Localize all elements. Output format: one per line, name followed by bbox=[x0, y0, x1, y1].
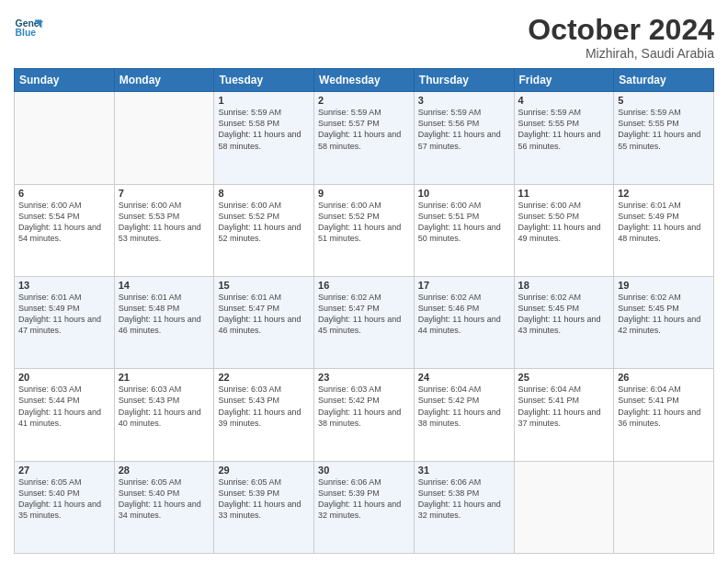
day-number: 9 bbox=[318, 188, 410, 199]
weekday-header-thursday: Thursday bbox=[414, 69, 514, 92]
calendar-day-1: 1Sunrise: 5:59 AM Sunset: 5:58 PM Daylig… bbox=[214, 92, 314, 184]
calendar-day-20: 20Sunrise: 6:03 AM Sunset: 5:44 PM Dayli… bbox=[15, 369, 115, 461]
svg-text:Blue: Blue bbox=[16, 28, 37, 38]
day-info: Sunrise: 6:02 AM Sunset: 5:45 PM Dayligh… bbox=[618, 292, 710, 337]
calendar-day-18: 18Sunrise: 6:02 AM Sunset: 5:45 PM Dayli… bbox=[514, 276, 614, 368]
day-info: Sunrise: 6:02 AM Sunset: 5:46 PM Dayligh… bbox=[418, 292, 510, 337]
day-number: 13 bbox=[18, 280, 110, 291]
calendar-day-28: 28Sunrise: 6:05 AM Sunset: 5:40 PM Dayli… bbox=[114, 461, 214, 553]
day-info: Sunrise: 6:03 AM Sunset: 5:43 PM Dayligh… bbox=[119, 384, 210, 429]
calendar-day-21: 21Sunrise: 6:03 AM Sunset: 5:43 PM Dayli… bbox=[114, 369, 214, 461]
day-number: 8 bbox=[218, 188, 310, 199]
weekday-header-friday: Friday bbox=[514, 69, 614, 92]
day-info: Sunrise: 6:00 AM Sunset: 5:52 PM Dayligh… bbox=[318, 200, 410, 245]
calendar-day-30: 30Sunrise: 6:06 AM Sunset: 5:39 PM Dayli… bbox=[314, 461, 415, 553]
day-info: Sunrise: 5:59 AM Sunset: 5:55 PM Dayligh… bbox=[618, 107, 710, 152]
day-number: 6 bbox=[18, 188, 110, 199]
calendar-day-25: 25Sunrise: 6:04 AM Sunset: 5:41 PM Dayli… bbox=[514, 369, 614, 461]
title-block: October 2024 Mizhirah, Saudi Arabia bbox=[528, 14, 714, 61]
logo: General Blue bbox=[14, 14, 43, 43]
day-info: Sunrise: 6:06 AM Sunset: 5:39 PM Dayligh… bbox=[318, 477, 410, 522]
day-info: Sunrise: 6:05 AM Sunset: 5:40 PM Dayligh… bbox=[18, 477, 110, 522]
calendar-empty-cell bbox=[15, 92, 115, 184]
calendar-day-16: 16Sunrise: 6:02 AM Sunset: 5:47 PM Dayli… bbox=[314, 276, 415, 368]
weekday-header-tuesday: Tuesday bbox=[214, 69, 314, 92]
calendar-table: SundayMondayTuesdayWednesdayThursdayFrid… bbox=[14, 68, 714, 554]
calendar-day-3: 3Sunrise: 5:59 AM Sunset: 5:56 PM Daylig… bbox=[414, 92, 514, 184]
day-number: 23 bbox=[318, 372, 410, 383]
day-info: Sunrise: 5:59 AM Sunset: 5:57 PM Dayligh… bbox=[318, 107, 410, 152]
day-info: Sunrise: 6:03 AM Sunset: 5:43 PM Dayligh… bbox=[218, 384, 310, 429]
calendar-day-6: 6Sunrise: 6:00 AM Sunset: 5:54 PM Daylig… bbox=[15, 184, 115, 276]
calendar-week-row: 27Sunrise: 6:05 AM Sunset: 5:40 PM Dayli… bbox=[15, 461, 714, 553]
day-info: Sunrise: 6:05 AM Sunset: 5:39 PM Dayligh… bbox=[218, 477, 310, 522]
day-number: 18 bbox=[518, 280, 610, 291]
day-number: 24 bbox=[418, 372, 510, 383]
page: General Blue October 2024 Mizhirah, Saud… bbox=[0, 0, 728, 563]
calendar-empty-cell bbox=[614, 461, 714, 553]
calendar-day-22: 22Sunrise: 6:03 AM Sunset: 5:43 PM Dayli… bbox=[214, 369, 314, 461]
calendar-day-15: 15Sunrise: 6:01 AM Sunset: 5:47 PM Dayli… bbox=[214, 276, 314, 368]
day-number: 7 bbox=[119, 188, 210, 199]
calendar-day-5: 5Sunrise: 5:59 AM Sunset: 5:55 PM Daylig… bbox=[614, 92, 714, 184]
calendar-empty-cell bbox=[114, 92, 214, 184]
subtitle: Mizhirah, Saudi Arabia bbox=[528, 46, 714, 61]
day-number: 1 bbox=[218, 95, 310, 106]
day-info: Sunrise: 6:00 AM Sunset: 5:52 PM Dayligh… bbox=[218, 200, 310, 245]
calendar-day-12: 12Sunrise: 6:01 AM Sunset: 5:49 PM Dayli… bbox=[614, 184, 714, 276]
calendar-day-23: 23Sunrise: 6:03 AM Sunset: 5:42 PM Dayli… bbox=[314, 369, 415, 461]
weekday-header-wednesday: Wednesday bbox=[314, 69, 415, 92]
day-info: Sunrise: 6:01 AM Sunset: 5:49 PM Dayligh… bbox=[18, 292, 110, 337]
day-number: 27 bbox=[18, 465, 110, 476]
calendar-day-7: 7Sunrise: 6:00 AM Sunset: 5:53 PM Daylig… bbox=[114, 184, 214, 276]
day-info: Sunrise: 6:03 AM Sunset: 5:44 PM Dayligh… bbox=[18, 384, 110, 429]
weekday-header-saturday: Saturday bbox=[614, 69, 714, 92]
weekday-header-monday: Monday bbox=[114, 69, 214, 92]
day-number: 31 bbox=[418, 465, 510, 476]
day-info: Sunrise: 6:06 AM Sunset: 5:38 PM Dayligh… bbox=[418, 477, 510, 522]
calendar-empty-cell bbox=[514, 461, 614, 553]
calendar-day-14: 14Sunrise: 6:01 AM Sunset: 5:48 PM Dayli… bbox=[114, 276, 214, 368]
day-number: 15 bbox=[218, 280, 310, 291]
day-number: 10 bbox=[418, 188, 510, 199]
day-info: Sunrise: 6:01 AM Sunset: 5:47 PM Dayligh… bbox=[218, 292, 310, 337]
header: General Blue October 2024 Mizhirah, Saud… bbox=[14, 14, 714, 61]
day-info: Sunrise: 6:04 AM Sunset: 5:41 PM Dayligh… bbox=[518, 384, 610, 429]
calendar-day-19: 19Sunrise: 6:02 AM Sunset: 5:45 PM Dayli… bbox=[614, 276, 714, 368]
day-info: Sunrise: 6:00 AM Sunset: 5:50 PM Dayligh… bbox=[518, 200, 610, 245]
calendar-day-27: 27Sunrise: 6:05 AM Sunset: 5:40 PM Dayli… bbox=[15, 461, 115, 553]
day-number: 3 bbox=[418, 95, 510, 106]
calendar-day-29: 29Sunrise: 6:05 AM Sunset: 5:39 PM Dayli… bbox=[214, 461, 314, 553]
day-number: 22 bbox=[218, 372, 310, 383]
day-info: Sunrise: 5:59 AM Sunset: 5:55 PM Dayligh… bbox=[518, 107, 610, 152]
day-number: 26 bbox=[618, 372, 710, 383]
day-number: 12 bbox=[618, 188, 710, 199]
calendar-header-row: SundayMondayTuesdayWednesdayThursdayFrid… bbox=[15, 69, 714, 92]
calendar-day-26: 26Sunrise: 6:04 AM Sunset: 5:41 PM Dayli… bbox=[614, 369, 714, 461]
day-number: 2 bbox=[318, 95, 410, 106]
day-number: 20 bbox=[18, 372, 110, 383]
day-number: 29 bbox=[218, 465, 310, 476]
day-number: 19 bbox=[618, 280, 710, 291]
calendar-day-8: 8Sunrise: 6:00 AM Sunset: 5:52 PM Daylig… bbox=[214, 184, 314, 276]
calendar-week-row: 6Sunrise: 6:00 AM Sunset: 5:54 PM Daylig… bbox=[15, 184, 714, 276]
calendar-day-17: 17Sunrise: 6:02 AM Sunset: 5:46 PM Dayli… bbox=[414, 276, 514, 368]
day-info: Sunrise: 6:00 AM Sunset: 5:54 PM Dayligh… bbox=[18, 200, 110, 245]
calendar-day-9: 9Sunrise: 6:00 AM Sunset: 5:52 PM Daylig… bbox=[314, 184, 415, 276]
day-info: Sunrise: 6:05 AM Sunset: 5:40 PM Dayligh… bbox=[119, 477, 210, 522]
day-number: 16 bbox=[318, 280, 410, 291]
logo-icon: General Blue bbox=[14, 14, 43, 43]
day-number: 30 bbox=[318, 465, 410, 476]
day-info: Sunrise: 6:02 AM Sunset: 5:47 PM Dayligh… bbox=[318, 292, 410, 337]
calendar-day-24: 24Sunrise: 6:04 AM Sunset: 5:42 PM Dayli… bbox=[414, 369, 514, 461]
calendar-day-10: 10Sunrise: 6:00 AM Sunset: 5:51 PM Dayli… bbox=[414, 184, 514, 276]
day-info: Sunrise: 6:01 AM Sunset: 5:49 PM Dayligh… bbox=[618, 200, 710, 245]
day-info: Sunrise: 6:03 AM Sunset: 5:42 PM Dayligh… bbox=[318, 384, 410, 429]
day-number: 4 bbox=[518, 95, 610, 106]
day-number: 17 bbox=[418, 280, 510, 291]
main-title: October 2024 bbox=[528, 14, 714, 46]
calendar-day-13: 13Sunrise: 6:01 AM Sunset: 5:49 PM Dayli… bbox=[15, 276, 115, 368]
calendar-day-4: 4Sunrise: 5:59 AM Sunset: 5:55 PM Daylig… bbox=[514, 92, 614, 184]
day-info: Sunrise: 5:59 AM Sunset: 5:58 PM Dayligh… bbox=[218, 107, 310, 152]
day-info: Sunrise: 6:01 AM Sunset: 5:48 PM Dayligh… bbox=[119, 292, 210, 337]
